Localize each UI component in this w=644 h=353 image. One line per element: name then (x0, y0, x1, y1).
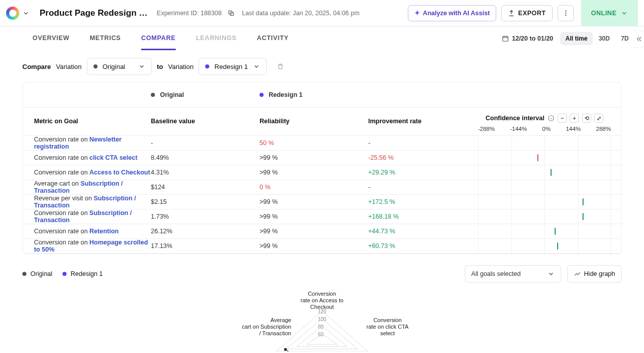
metric-goal-link[interactable]: Retention (89, 228, 119, 235)
col-reliability: Reliability (260, 107, 368, 135)
improvement-value: +172.5 % (368, 194, 474, 209)
chevron-down-icon (548, 270, 555, 277)
confidence-cell (474, 194, 621, 209)
radar-grid (266, 306, 378, 351)
col-improvement: Improvement rate (368, 107, 474, 135)
brand-logo (6, 7, 19, 20)
svg-point-2 (565, 10, 566, 11)
improvement-value: +29.29 % (368, 165, 474, 180)
baseline-value: 1.73% (151, 209, 260, 224)
compare-label: Compare (22, 63, 51, 70)
radar-chart: Conversionrate on Access toCheckout Aver… (22, 291, 622, 351)
date-range-picker[interactable]: 12/20 to 01/20 (502, 35, 553, 42)
metric-prefix: Conversion rate on (34, 239, 89, 246)
baseline-value: 4.31% (151, 165, 260, 180)
baseline-value: 26.12% (151, 224, 260, 238)
chevron-down-icon (253, 63, 260, 70)
improvement-value: -25.56 % (368, 150, 474, 165)
table-row: Conversion rate on Retention26.12%>99 %+… (23, 224, 621, 238)
ci-zoom-out-button[interactable]: − (558, 114, 567, 123)
variation-b-select[interactable]: Redesign 1 (199, 58, 267, 75)
compare-controls: Compare Variation Original to Variation … (0, 51, 644, 82)
hide-graph-button[interactable]: Hide graph (567, 265, 622, 283)
confidence-cell (474, 224, 621, 238)
improvement-value: +44.73 % (368, 224, 474, 238)
metric-prefix: Average cart on (34, 180, 81, 187)
confidence-cell (474, 209, 621, 224)
tab-metrics[interactable]: METRICS (90, 27, 121, 50)
svg-rect-5 (503, 37, 508, 41)
tab-compare[interactable]: COMPARE (141, 27, 176, 50)
metric-prefix: Conversion rate on (34, 169, 89, 176)
clear-comparison-button[interactable] (272, 58, 289, 75)
variation-a-select[interactable]: Original (87, 58, 152, 75)
reliability-value: 50 % (260, 135, 368, 150)
analyze-ai-button[interactable]: ✦ Analyze with AI Assist (408, 5, 497, 21)
baseline-value: 8.49% (151, 150, 260, 165)
col-baseline: Baseline value (151, 107, 260, 135)
variation-label-a: Variation (56, 63, 81, 70)
collapse-panel-button[interactable] (633, 30, 644, 48)
tab-bar: OVERVIEW METRICS COMPARE LEARNINGS ACTIV… (0, 26, 644, 51)
ci-marker (557, 242, 558, 250)
baseline-value: $124 (151, 180, 260, 194)
calendar-icon (502, 35, 509, 42)
table-row: Conversion rate on Subscription / Transa… (23, 209, 621, 224)
metric-prefix: Revenue per visit on (34, 195, 93, 202)
status-badge[interactable]: ONLINE (581, 0, 638, 26)
ci-marker (583, 213, 584, 220)
sparkle-icon: ✦ (414, 9, 420, 17)
ci-zoom-in-button[interactable]: + (570, 114, 579, 123)
improvement-value: - (368, 180, 474, 194)
ci-reset-button[interactable]: ⟲ (582, 114, 591, 123)
range-7d[interactable]: 7D (616, 32, 634, 45)
ci-marker (555, 228, 556, 235)
metric-goal-link[interactable]: click CTA select (89, 154, 138, 161)
confidence-cell (474, 180, 621, 194)
range-all-time[interactable]: All time (560, 32, 592, 45)
confidence-cell (474, 238, 621, 253)
metric-prefix: Conversion rate on (34, 154, 89, 161)
range-30d[interactable]: 30D (594, 32, 615, 45)
experiment-id-label: Experiment ID: 188308 (157, 10, 222, 17)
goals-filter-select[interactable]: All goals selected (465, 265, 561, 283)
graph-controls: Original Redesign 1 All goals selected H… (22, 265, 622, 283)
svg-marker-7 (276, 311, 368, 351)
svg-line-12 (285, 349, 302, 351)
tab-activity[interactable]: ACTIVITY (257, 27, 289, 50)
brand-switcher[interactable] (6, 7, 29, 20)
info-icon[interactable] (548, 115, 555, 122)
tab-overview[interactable]: OVERVIEW (33, 27, 70, 50)
svg-point-3 (565, 12, 566, 13)
export-button[interactable]: EXPORT (501, 5, 552, 21)
variation-label-b: Variation (168, 63, 194, 70)
col-metric-on-goal: Metric on Goal (23, 107, 151, 135)
metric-goal-link[interactable]: Access to Checkout (89, 169, 150, 176)
table-row: Conversion rate on Newsletter registrati… (23, 135, 621, 150)
svg-point-4 (565, 15, 566, 16)
column-variation-b: Redesign 1 (269, 91, 303, 98)
to-label: to (157, 63, 163, 70)
more-menu-button[interactable] (558, 5, 574, 21)
ci-fit-button[interactable]: ⤢ (594, 114, 603, 123)
dot-icon (93, 64, 98, 68)
table-row: Conversion rate on Homepage scrolled to … (23, 238, 621, 253)
legend-redesign[interactable]: Redesign 1 (62, 270, 103, 277)
svg-marker-10 (307, 334, 337, 344)
improvement-value: - (368, 135, 474, 150)
metric-prefix: Conversion rate on (34, 228, 89, 235)
legend-original[interactable]: Original (22, 270, 52, 277)
chart-icon (574, 270, 581, 277)
chevron-down-icon (22, 10, 29, 17)
metric-prefix: Conversion rate on (34, 136, 89, 143)
ci-marker (551, 169, 552, 176)
reliability-value: >99 % (260, 194, 368, 209)
table-row: Revenue per visit on Subscription / Tran… (23, 194, 621, 209)
baseline-value: - (151, 135, 260, 150)
page-title: Product Page Redesign … (40, 8, 148, 18)
tab-learnings[interactable]: LEARNINGS (196, 27, 237, 50)
chevron-down-icon (138, 63, 145, 70)
copy-id-button[interactable] (226, 8, 237, 19)
confidence-cell (474, 135, 621, 150)
improvement-value: +168.18 % (368, 209, 474, 224)
